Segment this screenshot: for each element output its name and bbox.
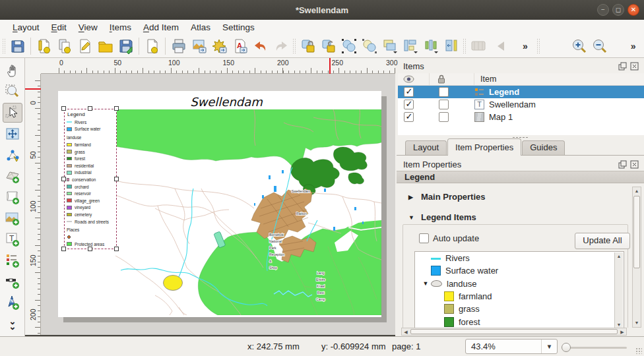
selection-handle[interactable]	[114, 106, 119, 111]
legend-tree-row[interactable]: Surface water	[415, 264, 624, 277]
panel-tab[interactable]: Layout	[405, 140, 447, 155]
update-all-button[interactable]: Update All	[575, 233, 630, 249]
menu-item[interactable]: Settings	[216, 21, 261, 34]
float-panel-icon[interactable]	[618, 160, 627, 169]
properties-vertical-scrollbar[interactable]: ▲ ▼	[632, 187, 641, 328]
export-image-icon[interactable]	[189, 36, 209, 56]
auto-update-checkbox[interactable]	[419, 233, 429, 243]
add-map-icon[interactable]	[3, 187, 22, 207]
add-scalebar-icon[interactable]	[3, 272, 22, 291]
legend-item[interactable]: Legend RiversSurface waterlandusefarmlan…	[64, 109, 117, 249]
zoom-out-icon[interactable]	[590, 36, 610, 56]
lock-checkbox[interactable]	[439, 100, 449, 109]
float-panel-icon[interactable]	[618, 62, 627, 71]
add-north-arrow-icon[interactable]: N	[3, 293, 22, 312]
close-button[interactable]: ✕	[628, 4, 639, 16]
lock-checkbox[interactable]	[439, 112, 449, 122]
combo-dropdown-icon[interactable]: ▼	[541, 340, 557, 353]
layout-page[interactable]: Swellendam	[58, 91, 381, 317]
add-picture-icon[interactable]	[3, 208, 22, 228]
select-move-item-icon[interactable]	[3, 103, 22, 123]
section-main-properties[interactable]: ▶Main Properties	[408, 192, 486, 202]
legend-tree-row[interactable]: Rivers	[415, 252, 624, 264]
properties-horizontal-scrollbar[interactable]: ◀ ▶	[401, 328, 627, 336]
visibility-checkbox[interactable]	[404, 87, 414, 97]
more-tools-icon[interactable]: ⌄⌄	[9, 319, 16, 330]
print-icon[interactable]	[168, 36, 189, 56]
zoom-slider-handle[interactable]	[562, 343, 571, 352]
maximize-button[interactable]: ◻	[612, 4, 624, 16]
edit-nodes-item-icon[interactable]	[3, 145, 22, 165]
items-table-row[interactable]: Legend	[398, 86, 644, 98]
minimize-button[interactable]: −	[597, 4, 609, 16]
visibility-checkbox[interactable]	[404, 100, 414, 109]
menu-item[interactable]: View	[73, 21, 104, 34]
unlock-items-icon[interactable]	[318, 36, 338, 56]
duplicate-layout-icon[interactable]	[54, 36, 75, 56]
items-table-row[interactable]: Swellendam	[398, 98, 644, 111]
yellow-ellipse-item[interactable]	[164, 276, 183, 291]
panel-tab[interactable]: Item Properties	[447, 138, 521, 156]
redo-icon[interactable]	[271, 36, 291, 56]
selection-handle[interactable]	[88, 247, 92, 251]
legend-tree-row[interactable]: grass	[415, 303, 624, 315]
lock-checkbox[interactable]	[439, 87, 449, 97]
listbox-scrollbar[interactable]: ▲ ▼	[614, 252, 623, 328]
ungroup-items-icon[interactable]	[359, 36, 379, 56]
legend-tree-row[interactable]: farmland	[415, 290, 624, 303]
selection-handle[interactable]	[114, 177, 119, 181]
menu-item[interactable]: Atlas	[185, 21, 216, 34]
group-items-icon[interactable]	[338, 36, 359, 56]
new-layout-icon[interactable]	[34, 36, 54, 56]
toolbar-handle[interactable]	[463, 38, 467, 54]
add-legend-icon[interactable]	[3, 251, 22, 270]
add-label-icon[interactable]: T	[3, 229, 22, 249]
section-legend-items[interactable]: ▼Legend Items	[408, 212, 476, 222]
toolbar-overflow-icon[interactable]: »	[519, 41, 531, 51]
resize-grip[interactable]	[635, 347, 642, 354]
add-pages-icon[interactable]	[142, 36, 162, 56]
menu-item[interactable]: Layout	[7, 21, 46, 34]
toolbar-handle[interactable]	[292, 38, 296, 54]
zoom-layout-icon[interactable]	[3, 82, 22, 102]
legend-tree-row[interactable]: forest	[415, 315, 624, 328]
legend-tree-row[interactable]: ▼ landuse	[415, 278, 624, 290]
map-item[interactable]: Swellendam Railton Bontebok National Par…	[115, 109, 381, 315]
menu-item[interactable]: Add Item	[137, 21, 185, 34]
toolbar-handle[interactable]	[536, 38, 540, 54]
close-panel-icon[interactable]	[630, 62, 639, 71]
tree-caret-icon[interactable]: ▼	[420, 280, 431, 287]
zoom-level-combobox[interactable]: 43.4%▼	[465, 339, 558, 354]
raise-items-icon[interactable]	[379, 36, 400, 56]
selection-handle[interactable]	[114, 247, 119, 251]
selection-handle[interactable]	[88, 106, 92, 111]
resize-items-icon[interactable]	[441, 36, 461, 56]
selection-handle[interactable]	[61, 177, 66, 181]
toolbar-handle[interactable]	[2, 38, 6, 54]
menu-item[interactable]: Items	[104, 21, 137, 34]
panel-tab[interactable]: Guides	[522, 140, 565, 155]
selection-handle[interactable]	[61, 247, 66, 251]
zoom-in-icon[interactable]	[569, 36, 590, 56]
toolbar-overflow-icon[interactable]: »	[628, 41, 639, 51]
distribute-items-icon[interactable]	[420, 36, 441, 56]
selection-handle[interactable]	[61, 106, 66, 111]
menu-item[interactable]: Edit	[46, 21, 73, 34]
export-pdf-icon[interactable]: A	[230, 36, 250, 56]
lock-items-icon[interactable]	[298, 36, 318, 56]
pan-layout-icon[interactable]	[3, 61, 22, 80]
layout-manager-icon[interactable]	[75, 36, 95, 56]
undo-icon[interactable]	[250, 36, 271, 56]
save-icon[interactable]	[7, 36, 28, 56]
add-3d-map-icon[interactable]	[3, 166, 22, 186]
visibility-checkbox[interactable]	[404, 112, 414, 122]
items-table-row[interactable]: Map 1	[398, 111, 644, 123]
export-svg-icon[interactable]	[209, 36, 230, 56]
close-panel-icon[interactable]	[630, 160, 639, 169]
align-items-icon[interactable]	[400, 36, 420, 56]
zoom-slider[interactable]	[563, 347, 627, 349]
open-layout-icon[interactable]	[95, 36, 115, 56]
save-as-template-icon[interactable]	[115, 36, 136, 56]
move-item-content-icon[interactable]	[3, 124, 22, 144]
page-canvas[interactable]: Swellendam	[41, 74, 395, 335]
